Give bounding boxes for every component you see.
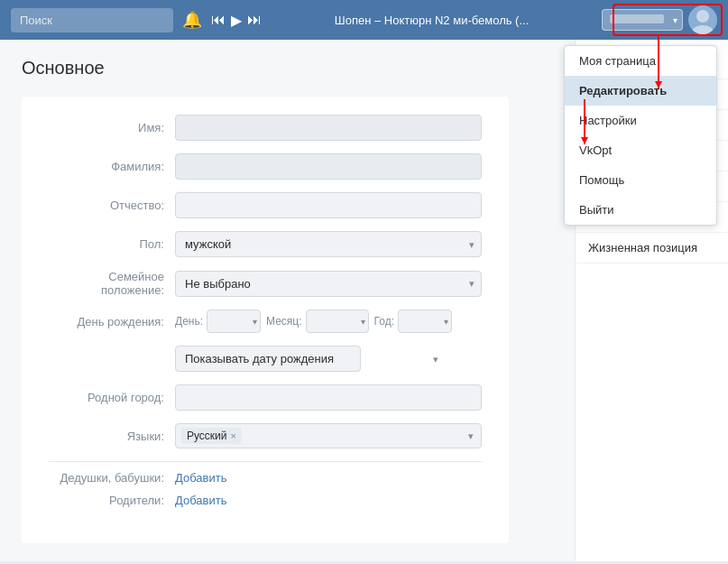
prev-button[interactable]: ⏮ (211, 12, 226, 28)
city-row: Родной город: (49, 384, 482, 411)
svg-point-1 (692, 25, 714, 34)
search-input[interactable] (11, 8, 173, 32)
birthday-row: День рождения: День: ▾ Месяц: ▾ (49, 310, 482, 333)
marital-row: Семейное положение: Не выбрано Женат / З… (49, 270, 482, 297)
name-row: Имя: (49, 115, 482, 141)
user-dropdown-menu: Моя страница Редактировать Настройки VkO… (564, 45, 717, 226)
city-label: Родной город: (49, 391, 175, 404)
marital-select-wrapper: Не выбрано Женат / Замужем Холост / Не з… (175, 271, 482, 297)
user-name-label (610, 14, 664, 23)
patronymic-row: Отчество: (49, 192, 482, 218)
languages-field[interactable]: Русский × ▾ (175, 423, 482, 448)
media-title: Шопен – Ноктюрн N2 ми-бемоль (... (271, 14, 593, 27)
language-tag-russian: Русский × (181, 428, 242, 444)
form-section: Имя: Фамилия: Отчество: Пол: мужской жен… (22, 97, 509, 543)
marital-label: Семейное положение: (49, 270, 175, 297)
patronymic-label: Отчество: (49, 199, 175, 212)
user-name-box[interactable] (602, 9, 683, 31)
birthday-day-wrap: День: ▾ (175, 310, 261, 333)
patronymic-input[interactable] (175, 192, 482, 218)
user-area[interactable]: Моя страница Редактировать Настройки VkO… (602, 5, 717, 34)
languages-row: Языки: Русский × ▾ (49, 423, 482, 448)
surname-row: Фамилия: (49, 153, 482, 180)
bell-icon[interactable]: 🔔 (182, 10, 202, 30)
birthday-month-wrap: Месяц: ▾ (266, 310, 369, 333)
birthday-year-wrap: Год: ▾ (374, 310, 452, 333)
birthday-year-label: Год: (374, 315, 394, 328)
nav-item-life-position[interactable]: Жизненная позиция (576, 233, 728, 264)
dropdown-item-edit[interactable]: Редактировать (565, 76, 716, 106)
birthday-month-select[interactable] (306, 310, 369, 333)
gender-label: Пол: (49, 237, 175, 251)
dropdown-item-help[interactable]: Помощь (565, 165, 716, 195)
topbar: 🔔 ⏮ ▶ ⏭ Шопен – Ноктюрн N2 ми-бемоль (..… (0, 0, 728, 40)
birthday-label: День рождения: (49, 315, 175, 328)
language-remove-icon[interactable]: × (231, 430, 236, 441)
birthday-selects: День: ▾ Месяц: ▾ Год: (175, 310, 482, 333)
birthday-year-select[interactable] (398, 310, 452, 333)
parents-add-link[interactable]: Добавить (175, 494, 226, 507)
languages-label: Языки: (49, 430, 175, 443)
surname-input[interactable] (175, 153, 482, 180)
next-button[interactable]: ⏭ (247, 12, 262, 28)
svg-point-0 (696, 10, 709, 23)
language-tag-label: Русский (187, 430, 227, 442)
play-button[interactable]: ▶ (231, 12, 242, 29)
grandparents-add-link[interactable]: Добавить (175, 471, 226, 485)
gender-select-wrapper: мужской женский ▾ (175, 231, 482, 257)
show-birthday-row: Показывать дату рождения ▾ (175, 346, 482, 372)
marital-select[interactable]: Не выбрано Женат / Замужем Холост / Не з… (175, 271, 482, 297)
show-birthday-chevron-icon: ▾ (433, 353, 438, 365)
show-birthday-select[interactable]: Показывать дату рождения (175, 346, 361, 372)
birthday-day-select[interactable] (207, 310, 261, 333)
user-avatar (688, 5, 717, 34)
languages-chevron-icon: ▾ (468, 430, 474, 442)
birthday-month-label: Месяц: (266, 315, 302, 328)
relatives-section: Дедушки, бабушки: Добавить Родители: Доб… (49, 461, 482, 525)
left-panel: Основное Имя: Фамилия: Отчество: Пол: (0, 40, 575, 561)
dropdown-item-logout[interactable]: Выйти (565, 195, 716, 225)
gender-select[interactable]: мужской женский (175, 231, 482, 257)
grandparents-row: Дедушки, бабушки: Добавить (49, 471, 482, 485)
city-input[interactable] (175, 384, 482, 411)
gender-row: Пол: мужской женский ▾ (49, 231, 482, 257)
dropdown-item-my-page[interactable]: Моя страница (565, 46, 716, 76)
dropdown-item-settings[interactable]: Настройки (565, 106, 716, 135)
grandparents-label: Дедушки, бабушки: (49, 471, 175, 485)
name-label: Имя: (49, 121, 175, 134)
parents-label: Родители: (49, 494, 175, 507)
dropdown-item-vkopt[interactable]: VkOpt (565, 135, 716, 165)
birthday-day-label: День: (175, 315, 203, 328)
name-input[interactable] (175, 115, 482, 141)
surname-label: Фамилия: (49, 160, 175, 173)
page-title: Основное (22, 58, 553, 79)
parents-row: Родители: Добавить (49, 494, 482, 507)
media-controls: ⏮ ▶ ⏭ (211, 12, 262, 29)
